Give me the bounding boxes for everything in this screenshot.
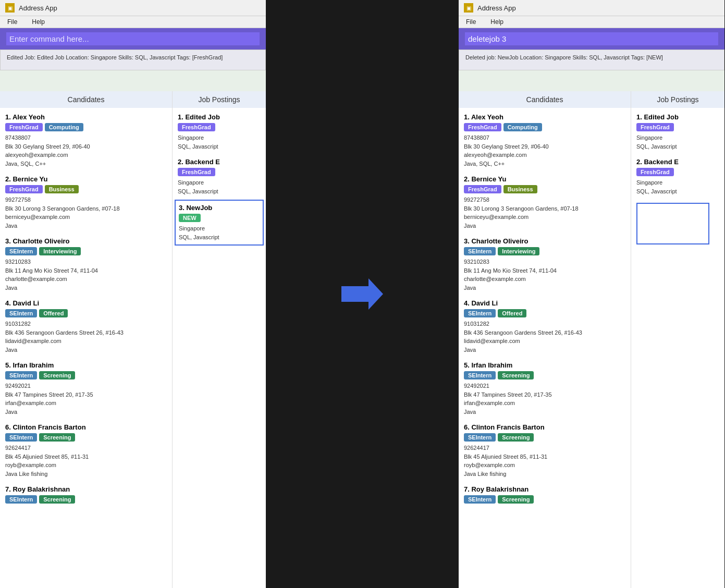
candidate-item: 7. Roy Balakrishnan SEInternScreening (5, 485, 167, 504)
candidate-item: 1. Alex Yeoh FreshGradComputing 87438807… (464, 113, 625, 168)
left-menu-bar: File Help (0, 16, 266, 28)
candidate-tag: SEIntern (464, 371, 496, 379)
left-jobs-list: 1. Edited Job FreshGrad SingaporeSQL, Ja… (178, 113, 261, 246)
left-content-area: Candidates 1. Alex Yeoh FreshGradComputi… (0, 91, 266, 588)
job-item: 1. Edited Job FreshGrad SingaporeSQL, Ja… (636, 113, 719, 151)
candidate-tags: SEInternOffered (464, 309, 625, 317)
job-name: 2. Backend E (178, 158, 261, 166)
candidate-name: 6. Clinton Francis Barton (5, 423, 167, 431)
candidate-name: 5. Irfan Ibrahim (464, 361, 625, 369)
candidate-item: 4. David Li SEInternOffered 91031282Blk … (464, 299, 625, 354)
candidate-name: 3. Charlotte Oliveiro (464, 237, 625, 245)
right-command-input[interactable] (465, 32, 718, 45)
right-jobs-header: Job Postings (631, 91, 724, 108)
candidate-tag: Screening (498, 495, 534, 504)
candidate-tags: SEInternScreening (464, 495, 625, 504)
left-app-window: ▣ Address App File Help Edited Job: Edit… (0, 0, 266, 588)
candidate-tag: SEIntern (5, 495, 37, 504)
candidate-name: 5. Irfan Ibrahim (5, 361, 167, 369)
candidate-tag: SEIntern (5, 247, 37, 255)
candidate-tag: Computing (45, 123, 83, 131)
candidate-name: 7. Roy Balakrishnan (5, 485, 167, 493)
candidate-tag: SEIntern (464, 433, 496, 442)
job-tags: NEW (179, 214, 260, 222)
right-jobs-panel: Job Postings 1. Edited Job FreshGrad Sin… (631, 91, 724, 588)
job-tags: FreshGrad (178, 168, 261, 176)
candidate-item: 6. Clinton Francis Barton SEInternScreen… (464, 423, 625, 478)
job-tag: FreshGrad (178, 123, 215, 131)
job-item: 2. Backend E FreshGrad SingaporeSQL, Jav… (178, 158, 261, 195)
candidate-tags: FreshGradBusiness (464, 185, 625, 193)
candidate-tag: FreshGrad (5, 185, 43, 193)
job-name: 1. Edited Job (178, 113, 261, 121)
right-candidates-header: Candidates (459, 91, 631, 108)
separator (266, 0, 459, 588)
right-candidates-panel: Candidates 1. Alex Yeoh FreshGradComputi… (459, 91, 631, 588)
candidate-tag: SEIntern (464, 495, 496, 504)
candidate-tags: SEInternScreening (5, 495, 167, 504)
right-deleted-job-placeholder (636, 203, 709, 244)
right-candidates-list: 1. Alex Yeoh FreshGradComputing 87438807… (464, 113, 625, 504)
candidate-tag: Business (45, 185, 79, 193)
job-tags: FreshGrad (636, 168, 719, 176)
candidate-tag: Screening (498, 371, 534, 379)
right-menu-bar: File Help (459, 16, 724, 28)
job-item: 1. Edited Job FreshGrad SingaporeSQL, Ja… (178, 113, 261, 151)
right-jobs-list: 1. Edited Job FreshGrad SingaporeSQL, Ja… (636, 113, 719, 195)
job-highlighted-box: 3. NewJob NEW SingaporeSQL, Javascript (175, 200, 264, 246)
candidate-tag: Offered (39, 309, 68, 317)
candidate-tag: Interviewing (498, 247, 539, 255)
left-jobs-panel: Job Postings 1. Edited Job FreshGrad Sin… (172, 91, 266, 588)
candidate-item: 7. Roy Balakrishnan SEInternScreening (464, 485, 625, 504)
candidate-item: 1. Alex Yeoh FreshGradComputing 87438807… (5, 113, 167, 168)
job-tag: FreshGrad (636, 168, 674, 176)
candidate-tag: Computing (503, 123, 542, 131)
job-details: SingaporeSQL, Javascript (178, 178, 261, 195)
right-app-window: ▣ Address App File Help Deleted job: New… (459, 0, 724, 588)
candidate-tag: Business (503, 185, 537, 193)
left-command-input[interactable] (6, 32, 260, 45)
candidate-tags: SEInternScreening (464, 371, 625, 379)
candidate-tag: Interviewing (39, 247, 81, 255)
right-spacer (459, 70, 724, 91)
candidate-tags: SEInternOffered (5, 309, 167, 317)
left-menu-file[interactable]: File (5, 17, 19, 27)
candidate-details: 93210283Blk 11 Ang Mo Kio Street 74, #11… (5, 258, 167, 292)
candidate-tag: Screening (39, 371, 75, 379)
candidate-name: 4. David Li (464, 299, 625, 307)
right-menu-help[interactable]: Help (488, 17, 506, 27)
arrow-icon (341, 278, 383, 310)
candidate-details: 92624417Blk 45 Aljunied Street 85, #11-3… (5, 444, 167, 478)
job-item: 2. Backend E FreshGrad SingaporeSQL, Jav… (636, 158, 719, 195)
candidate-item: 3. Charlotte Oliveiro SEInternInterviewi… (464, 237, 625, 292)
job-tags: FreshGrad (636, 123, 719, 131)
candidate-details: 99272758Blk 30 Lorong 3 Serangoon Garden… (5, 195, 167, 230)
candidate-item: 5. Irfan Ibrahim SEInternScreening 92492… (464, 361, 625, 416)
job-tag: FreshGrad (636, 123, 674, 131)
candidate-details: 87438807Blk 30 Geylang Street 29, #06-40… (464, 133, 625, 168)
right-menu-file[interactable]: File (464, 17, 478, 27)
candidate-details: 92492021Blk 47 Tampines Street 20, #17-3… (5, 382, 167, 416)
candidate-tag: SEIntern (5, 309, 37, 317)
candidate-tags: SEInternInterviewing (464, 247, 625, 255)
job-item: 3. NewJob NEW SingaporeSQL, Javascript (178, 200, 261, 246)
left-menu-help[interactable]: Help (30, 17, 47, 27)
left-candidates-header: Candidates (0, 91, 172, 108)
candidate-tags: SEInternScreening (464, 433, 625, 442)
candidate-tags: SEInternScreening (5, 433, 167, 442)
candidate-item: 2. Bernice Yu FreshGradBusiness 99272758… (464, 175, 625, 230)
candidate-tag: FreshGrad (5, 123, 43, 131)
candidate-details: 93210283Blk 11 Ang Mo Kio Street 74, #11… (464, 258, 625, 292)
left-app-title: Address App (19, 4, 57, 12)
candidate-tag: FreshGrad (464, 185, 501, 193)
candidate-item: 2. Bernice Yu FreshGradBusiness 99272758… (5, 175, 167, 230)
candidate-tag: SEIntern (464, 309, 496, 317)
candidate-tags: SEInternInterviewing (5, 247, 167, 255)
candidate-name: 1. Alex Yeoh (5, 113, 167, 121)
candidate-tag: Screening (39, 433, 75, 442)
candidate-tag: Screening (39, 495, 75, 504)
candidate-name: 2. Bernice Yu (5, 175, 167, 183)
candidate-details: 99272758Blk 30 Lorong 3 Serangoon Garden… (464, 195, 625, 230)
candidate-tag: SEIntern (5, 433, 37, 442)
right-command-bar (459, 28, 724, 50)
